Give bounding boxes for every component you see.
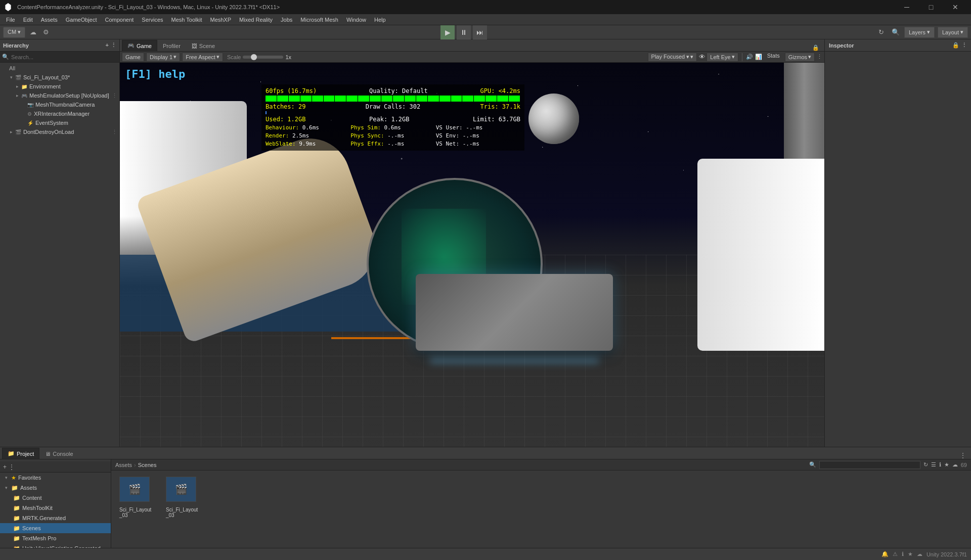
visual-scripting-folder[interactable]: 📁 Unity.VisualScripting.Generated — [0, 543, 111, 548]
hierarchy-item-all[interactable]: All — [0, 64, 119, 73]
stats-icon[interactable]: 📊 — [755, 54, 762, 60]
tab-game[interactable]: 🎮 Game — [122, 40, 157, 51]
hierarchy-item-scene[interactable]: ▾ 🎬 Sci_Fi_Layout_03* — [0, 73, 119, 82]
settings-button[interactable]: ⚙ — [40, 27, 52, 38]
speaker-icon[interactable]: 🔊 — [746, 54, 753, 60]
textmesh-folder[interactable]: 📁 TextMesh Pro — [0, 533, 111, 543]
prog-seg-17 — [451, 96, 462, 102]
tab-project[interactable]: 📁 Project — [2, 448, 39, 459]
menu-assets[interactable]: Assets — [37, 14, 62, 25]
menu-mesh-toolkit[interactable]: Mesh Toolkit — [167, 14, 206, 25]
event-label: EventSystem — [35, 120, 68, 126]
bottom-options-icon[interactable]: ⋮ — [960, 452, 966, 459]
menu-mixed-reality[interactable]: Mixed Reality — [235, 14, 277, 25]
menu-meshxp[interactable]: MeshXP — [206, 14, 235, 25]
phys-sim-cell: Phys Sim: 0.6ms — [350, 124, 435, 131]
vs-user-label: VS User: — [436, 124, 463, 131]
hierarchy-add-btn[interactable]: + — [106, 42, 109, 49]
project-search-input[interactable] — [819, 461, 920, 469]
menu-edit[interactable]: Edit — [19, 14, 37, 25]
notification-icon[interactable]: 🔔 — [881, 551, 889, 557]
more-options-icon[interactable]: ⋮ — [817, 54, 822, 60]
left-eye-btn[interactable]: Left Eye — [707, 53, 738, 62]
aspect-dropdown[interactable]: Free Aspect — [182, 53, 223, 62]
file-2-thumbnail: 🎬 — [166, 477, 196, 502]
filter-icon[interactable]: ☰ — [931, 461, 936, 468]
peak-mem: Peak: 1.2GB — [310, 116, 469, 123]
project-add-btn[interactable]: + — [3, 463, 7, 471]
cm-dropdown[interactable]: CM ▾ — [3, 27, 25, 38]
hierarchy-search-input[interactable] — [11, 54, 117, 60]
mesh-options[interactable]: ⋮ — [112, 92, 117, 99]
hierarchy-item-thumbnail-cam[interactable]: 📷 MeshThumbnailCamera — [0, 100, 119, 109]
layout-dropdown[interactable]: Layout — [938, 27, 968, 38]
inspector-options-icon[interactable]: ⋮ — [961, 42, 967, 49]
warning-icon[interactable]: ⚠ — [893, 551, 898, 557]
tab-profiler[interactable]: Profiler — [157, 40, 186, 51]
meshtoolkit-folder[interactable]: 📁 MeshToolKit — [0, 503, 111, 513]
menu-microsoft-mesh[interactable]: Microsoft Mesh — [296, 14, 342, 25]
tab-console[interactable]: 🖥 Console — [39, 448, 78, 459]
project-file-1[interactable]: 🎬 Sci_Fi_Layout_03 — [115, 475, 156, 520]
star-status-icon[interactable]: ★ — [908, 551, 913, 557]
star-filter-icon[interactable]: ★ — [944, 461, 949, 468]
render-value: 2.5ms — [292, 132, 309, 139]
maximize-button[interactable]: □ — [919, 0, 943, 14]
hierarchy-item-mesh-emulator[interactable]: ▸ 🎮 MeshEmulatorSetup [NoUpload] ⋮ — [0, 91, 119, 100]
step-button[interactable]: ⏭ — [473, 25, 487, 39]
close-button[interactable]: ✕ — [944, 0, 967, 14]
scene-arrow: ▾ — [8, 75, 14, 80]
menu-jobs[interactable]: Jobs — [277, 14, 296, 25]
tab-scene[interactable]: 🖼 Scene — [186, 40, 220, 51]
favorites-folder[interactable]: ▾ ★ Favorites — [0, 473, 111, 483]
cloud-status-icon[interactable]: ☁ — [917, 551, 922, 557]
mrtk-folder[interactable]: 📁 MRTK.Generated — [0, 513, 111, 523]
game-display-btn[interactable]: Game — [122, 53, 144, 62]
collab-icon[interactable]: ↻ — [876, 27, 887, 38]
scenes-folder[interactable]: 📁 Scenes — [0, 523, 111, 533]
game-view[interactable]: [F1] help 60fps (16.7ms) Quality: Defaul… — [120, 63, 824, 447]
scale-slider[interactable] — [243, 56, 283, 59]
cloud-project-icon[interactable]: ☁ — [952, 461, 958, 468]
menu-help[interactable]: Help — [370, 14, 390, 25]
unity-logo — [4, 3, 12, 11]
hierarchy-item-xr[interactable]: ⚙ XRInteractionManager — [0, 109, 119, 118]
hierarchy-item-event[interactable]: ⚡ EventSystem — [0, 118, 119, 127]
display-dropdown[interactable]: Display 1 — [146, 53, 180, 62]
project-more-btn[interactable]: ⋮ — [9, 463, 15, 471]
view-lock-icon[interactable]: 🔒 — [812, 44, 819, 51]
menu-file[interactable]: File — [2, 14, 19, 25]
info-status-icon[interactable]: ℹ — [902, 551, 904, 557]
assets-folder[interactable]: ▾ 📁 Assets — [0, 483, 111, 493]
minimize-button[interactable]: ─ — [895, 0, 918, 14]
breadcrumb-assets[interactable]: Assets — [115, 462, 132, 468]
search-toolbar-icon[interactable]: 🔍 — [890, 27, 901, 38]
hierarchy-item-environment[interactable]: ▸ 📁 Environment — [0, 82, 119, 91]
dontdestroy-options[interactable]: ⋮ — [112, 129, 117, 135]
layers-dropdown[interactable]: Layers — [904, 27, 935, 38]
stats-button[interactable]: Stats — [764, 53, 783, 62]
content-folder[interactable]: 📁 Content — [0, 493, 111, 503]
pause-button[interactable]: ⏸ — [457, 25, 471, 39]
search-icon: 🔍 — [2, 54, 9, 60]
breadcrumb-scenes[interactable]: Scenes — [138, 462, 157, 468]
menu-gameobject[interactable]: GameObject — [62, 14, 101, 25]
phys-effx-cell: Phys Effx: -.-ms — [350, 140, 435, 148]
cloud-button[interactable]: ☁ — [27, 27, 38, 38]
hierarchy-item-dontdestroy[interactable]: ▸ 🎬 DontDestroyOnLoad ⋮ — [0, 127, 119, 136]
play-focused-btn[interactable]: Play Focused ▾ — [648, 53, 697, 62]
inspector-lock-icon[interactable]: 🔒 — [952, 42, 959, 49]
project-file-2[interactable]: 🎬 Sci_Fi_Layout_03 — [162, 475, 202, 520]
project-main-area: Assets › Scenes 🔍 ↻ ☰ ℹ ★ ☁ 69 — [111, 459, 971, 548]
mesh-icon: 🎮 — [21, 93, 27, 99]
info-icon[interactable]: ℹ — [939, 461, 941, 468]
menu-component[interactable]: Component — [101, 14, 138, 25]
gizmos-button[interactable]: Gizmos — [785, 53, 815, 62]
play-button[interactable]: ▶ — [440, 25, 455, 39]
hierarchy-options-btn[interactable]: ⋮ — [111, 42, 116, 49]
refresh-icon[interactable]: ↻ — [923, 461, 928, 468]
menu-services[interactable]: Services — [138, 14, 167, 25]
menu-window[interactable]: Window — [342, 14, 370, 25]
mesh-arrow: ▸ — [14, 93, 20, 98]
mrtk-label: MRTK.Generated — [22, 515, 66, 521]
